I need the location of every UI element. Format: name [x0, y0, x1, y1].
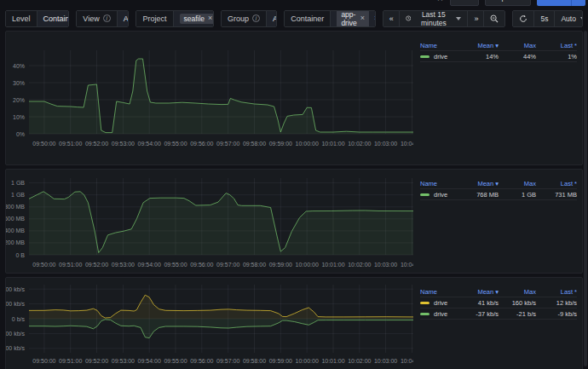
zoom-out-button[interactable]	[484, 11, 504, 26]
svg-text:09:50:00: 09:50:00	[32, 141, 55, 147]
filter-project-select[interactable]: seafile× ×	[174, 11, 215, 26]
time-range-picker[interactable]: Last 15 minutes	[400, 11, 469, 26]
filter-group-select[interactable]: All	[267, 11, 277, 26]
remove-tag-icon[interactable]: ×	[360, 14, 365, 22]
cpu-chart[interactable]: 0%10%20%30%40%09:50:0009:51:0009:52:0009…	[6, 32, 413, 164]
series-last: 731 MB	[536, 191, 577, 199]
legend-header-last[interactable]: Last *	[536, 288, 577, 296]
series-max: 1 GB	[499, 191, 536, 199]
refresh-interval-label[interactable]: 5s	[534, 11, 555, 26]
svg-text:09:58:00: 09:58:00	[243, 358, 266, 364]
svg-text:09:51:00: 09:51:00	[59, 262, 82, 268]
svg-text:10:01:00: 10:01:00	[321, 141, 344, 147]
svg-text:09:55:00: 09:55:00	[164, 141, 187, 147]
svg-text:10:04:00: 10:04:00	[401, 262, 413, 268]
share-button[interactable]: Share	[537, 0, 571, 6]
filter-container-select[interactable]: app-drive× ×	[331, 11, 375, 26]
svg-text:800 MB: 800 MB	[6, 204, 25, 210]
dashboard-header-cut: ☆ Edit Export Share	[0, 0, 588, 7]
time-shift-back-button[interactable]: «	[383, 11, 400, 26]
legend-row: drive14%44%1%	[420, 51, 577, 62]
scrollbar-thumb[interactable]	[584, 31, 587, 366]
refresh-icon	[519, 14, 527, 23]
time-shift-forward-button[interactable]: »	[468, 11, 484, 26]
series-name[interactable]: drive	[434, 53, 451, 61]
legend-header-last[interactable]: Last *	[536, 180, 577, 187]
legend-header-mean[interactable]: Mean ▾	[451, 42, 499, 49]
series-name[interactable]: drive	[434, 310, 451, 318]
filter-container-tag[interactable]: app-drive×	[337, 10, 369, 27]
series-name[interactable]: drive	[434, 299, 451, 307]
network-legend: NameMean ▾MaxLast *drive41 kb/s160 kb/s1…	[413, 278, 582, 369]
filter-project-tag[interactable]: seafile×	[180, 14, 215, 24]
refresh-button[interactable]	[513, 11, 534, 26]
svg-text:09:57:00: 09:57:00	[216, 141, 239, 147]
vertical-scrollbar[interactable]	[584, 31, 587, 366]
series-name[interactable]: drive	[434, 191, 451, 199]
series-swatch-icon	[420, 313, 429, 315]
svg-text:0%: 0%	[16, 131, 25, 137]
network-chart[interactable]: -200 kb/s-100 kb/s0 b/s100 kb/s200 kb/s0…	[6, 278, 413, 369]
share-button-group[interactable]: Share	[537, 0, 585, 6]
svg-text:10:04:00: 10:04:00	[401, 358, 413, 364]
clock-icon	[406, 14, 411, 22]
svg-text:09:57:00: 09:57:00	[216, 358, 239, 364]
filter-view: Viewi All	[76, 10, 129, 27]
svg-text:09:50:00: 09:50:00	[32, 262, 55, 268]
svg-text:10:02:00: 10:02:00	[348, 262, 371, 268]
refresh-interval-picker[interactable]: Auto	[555, 11, 583, 26]
svg-text:10:00:00: 10:00:00	[296, 358, 319, 364]
export-button[interactable]: Export	[485, 0, 531, 6]
legend-header-last[interactable]: Last *	[536, 42, 577, 49]
filter-view-select[interactable]: All	[118, 11, 130, 26]
svg-text:10:01:00: 10:01:00	[321, 358, 344, 364]
svg-text:10:00:00: 10:00:00	[296, 141, 319, 147]
memory-chart[interactable]: 0 B200 MB400 MB600 MB800 MB1 GB1 GB09:50…	[6, 170, 413, 273]
filter-level: Level Container	[5, 10, 69, 27]
legend-header-name[interactable]: Name	[420, 42, 451, 49]
legend-header-name[interactable]: Name	[420, 288, 451, 296]
legend-row: drive-37 kb/s-21 b/s-9 kb/s	[420, 308, 577, 320]
filter-level-select[interactable]: Container	[37, 11, 70, 26]
legend-header-name[interactable]: Name	[420, 180, 451, 187]
legend-header-mean[interactable]: Mean ▾	[451, 288, 499, 296]
svg-text:40%: 40%	[13, 63, 25, 69]
svg-text:0 b/s: 0 b/s	[12, 316, 26, 322]
svg-text:10:00:00: 10:00:00	[296, 262, 319, 268]
svg-text:200 kb/s: 200 kb/s	[6, 286, 25, 292]
legend-header-max[interactable]: Max	[499, 42, 536, 49]
edit-button[interactable]: Edit	[450, 0, 479, 6]
clear-filter-icon[interactable]: ×	[374, 14, 376, 22]
series-mean: 768 MB	[451, 191, 499, 199]
svg-text:09:59:00: 09:59:00	[269, 141, 292, 147]
svg-text:10:03:00: 10:03:00	[374, 141, 397, 147]
svg-text:400 MB: 400 MB	[6, 228, 25, 234]
svg-text:-100 kb/s: -100 kb/s	[6, 331, 25, 337]
legend-header-max[interactable]: Max	[499, 180, 536, 187]
filter-group-value: All	[273, 14, 277, 23]
svg-text:09:53:00: 09:53:00	[112, 262, 135, 268]
memory-legend: NameMean ▾MaxLast *drive768 MB1 GB731 MB	[413, 170, 582, 273]
series-last: 1%	[536, 53, 577, 61]
series-max: 160 kb/s	[499, 299, 536, 307]
svg-text:10:04:00: 10:04:00	[401, 141, 413, 147]
svg-text:09:56:00: 09:56:00	[190, 141, 213, 147]
panel-memory-usage: 0 B200 MB400 MB600 MB800 MB1 GB1 GB09:50…	[5, 169, 583, 274]
filter-project-label: Project	[136, 11, 173, 26]
remove-tag-icon[interactable]: ×	[208, 14, 212, 22]
filter-project: Project seafile× ×	[135, 10, 214, 27]
legend-header-max[interactable]: Max	[499, 288, 536, 296]
svg-text:09:54:00: 09:54:00	[138, 141, 161, 147]
legend-header-mean[interactable]: Mean ▾	[451, 180, 499, 187]
svg-text:09:53:00: 09:53:00	[112, 141, 135, 147]
svg-text:1 GB: 1 GB	[11, 180, 25, 186]
svg-text:09:51:00: 09:51:00	[59, 141, 82, 147]
series-mean: -37 kb/s	[451, 310, 499, 318]
series-swatch-icon	[420, 193, 429, 196]
refresh-group: 5s Auto	[512, 10, 583, 27]
svg-text:09:59:00: 09:59:00	[269, 262, 292, 268]
star-icon[interactable]: ☆	[436, 0, 445, 3]
filter-view-value: All	[124, 14, 130, 23]
share-dropdown-button[interactable]	[571, 0, 585, 6]
filter-view-label: Viewi	[77, 11, 117, 26]
